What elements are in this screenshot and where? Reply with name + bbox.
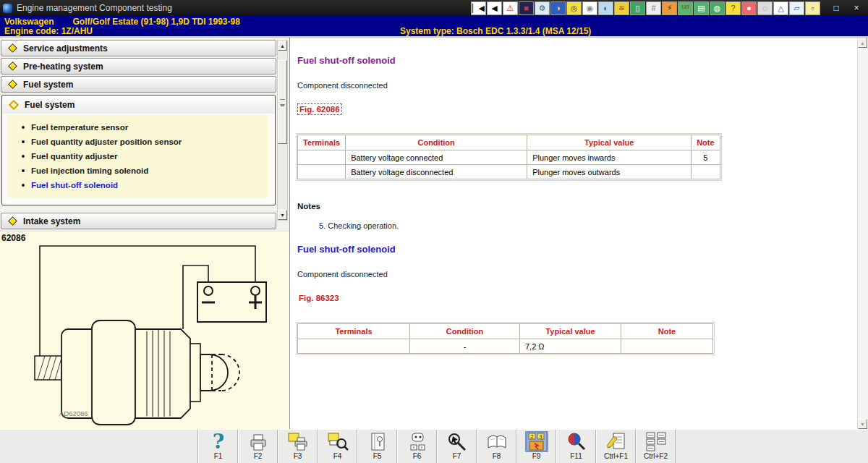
figure-link-62086[interactable]: Fig. 62086 [297, 103, 342, 115]
vehicle-model: Golf/Golf Estate (91-98) 1,9D TDI 1993-9… [72, 17, 239, 27]
toolbar-button-label: F9 [532, 453, 541, 460]
svg-text:3: 3 [539, 434, 542, 439]
diamond-icon [8, 43, 17, 53]
sidebar-section-service-adjustments[interactable]: Service adjustments [1, 40, 276, 56]
vehicle-make: Volkswagen [4, 17, 54, 27]
scroll-up-icon[interactable]: ▲ [278, 41, 287, 51]
battery [197, 282, 266, 322]
vehicle-data-icon[interactable]: ▱ [789, 1, 804, 15]
sidebar-section-pre-heating-system[interactable]: Pre-heating system [1, 58, 276, 75]
nav-back-icon[interactable]: ◀ [487, 1, 502, 15]
abs-icon[interactable]: ◌ [757, 1, 773, 15]
airbag-icon[interactable]: ● [741, 1, 757, 15]
table-cell: 5 [692, 150, 720, 165]
manual-icon [486, 432, 508, 451]
vehicle-lift-icon[interactable]: ▤ [694, 1, 709, 15]
table-header-cell: Terminals [298, 324, 410, 339]
maximize-button[interactable]: □ [826, 2, 846, 14]
sidebar-item-label: Fuel injection timing solenoid [31, 166, 148, 175]
warning-icon[interactable]: ⚠ [503, 1, 518, 15]
table-header-row: TerminalsConditionTypical valueNote [298, 324, 713, 339]
sidebar-item-label: Fuel temperature sensor [31, 123, 128, 132]
menu-button[interactable]: Ctrl+F2 [636, 430, 676, 463]
search-button[interactable]: F11 [556, 430, 596, 463]
sidebar-item-fuel-injection-timing-solenoid[interactable]: Fuel injection timing solenoid [8, 163, 268, 178]
table-cell: Plunger moves inwards [527, 150, 692, 165]
figure-link-86323[interactable]: Fig. 86323 [297, 293, 341, 303]
content-scrollbar[interactable]: ▲ ▼ [857, 38, 868, 429]
titlebar: Engine management Component testing ▏◀◀⚠… [0, 0, 868, 16]
table-header-cell: Typical value [520, 324, 621, 339]
pin-data-button[interactable]: F6 [397, 430, 437, 463]
scroll-down-icon[interactable]: ▼ [858, 419, 867, 429]
diagnostics-icon[interactable]: ◐ [598, 1, 613, 15]
door-systems-icon[interactable]: ▯ [630, 1, 645, 15]
table-cell [298, 150, 346, 165]
vehicle-help-icon[interactable]: ? [726, 1, 741, 15]
notes-button[interactable]: Ctrl+F1 [596, 430, 636, 463]
key-codes-icon[interactable]: ¹²³ [678, 1, 693, 15]
sidebar-section-intake-system[interactable]: Intake system [1, 213, 276, 229]
connector-icon[interactable]: ⚡ [662, 1, 677, 15]
expanded-section: Fuel system Fuel temperature sensorFuel … [1, 95, 276, 205]
battery-minus-terminal [204, 286, 213, 295]
close-button[interactable]: × [846, 2, 867, 14]
sidebar-section-fuel-system-expanded[interactable]: Fuel system [2, 95, 275, 114]
sidebar-item-fuel-quantity-adjuster[interactable]: Fuel quantity adjuster [8, 149, 268, 163]
manual-button[interactable]: F8 [477, 430, 516, 463]
technical-data-button[interactable]: F5 [357, 430, 397, 463]
battery-plus-terminal [251, 286, 260, 295]
toolbar-button-label: F3 [294, 453, 302, 460]
vehicle-header: Volkswagen Golf/Golf Estate (91-98) 1,9D… [0, 16, 868, 38]
print-zoom-icon [327, 432, 349, 451]
inspection-icon[interactable]: ◍ [710, 1, 725, 15]
sidebar-section-fuel-system[interactable]: Fuel system [1, 76, 276, 93]
diamond-icon [8, 61, 17, 71]
test-steps-button[interactable]: 23F9 [516, 430, 556, 463]
hazard-icon[interactable]: △ [773, 1, 788, 15]
list-icon [645, 432, 667, 451]
system-type: System type: Bosch EDC 1.3.3/1.4 (MSA 12… [400, 27, 591, 36]
print-fig-icon [287, 432, 309, 451]
table-cell: - [410, 339, 520, 354]
sidebar-scrollbar[interactable]: ▲ ▼ [277, 40, 288, 221]
table-header-cell: Condition [410, 324, 520, 339]
top-toolbar: ▏◀◀⚠■⚙◑◎◉◐≋▯#⚡¹²³▤◍?●◌△▱▫ [471, 1, 820, 15]
condition-text: Component disconnected [297, 81, 849, 90]
scroll-up-icon[interactable]: ▲ [858, 38, 867, 48]
sidebar-item-fuel-quantity-adjuster-position-sensor[interactable]: Fuel quantity adjuster position sensor [8, 135, 268, 149]
table-cell [298, 165, 346, 179]
sidebar-item-fuel-temperature-sensor[interactable]: Fuel temperature sensor [8, 120, 268, 135]
toolbar-button-label: F7 [453, 453, 461, 460]
table-row: Battery voltage disconnectedPlunger move… [298, 165, 720, 179]
bullet-icon [22, 155, 25, 158]
scrollbar-thumb[interactable] [278, 60, 287, 144]
wheel-alignment-icon[interactable]: ◎ [566, 1, 582, 15]
scroll-down-icon[interactable]: ▼ [278, 210, 287, 220]
section-title-link[interactable]: Fuel shut-off solenoid [297, 244, 849, 255]
bodywork-icon[interactable]: ≋ [614, 1, 629, 15]
accordion-menu: Service adjustments Pre-heating system F… [0, 38, 289, 231]
brake-system-icon[interactable]: ■ [519, 1, 534, 15]
engine-code: Engine code: 1Z/AHU [4, 26, 93, 36]
repair-tools-icon[interactable]: ⚙ [535, 1, 550, 15]
tyre-icon[interactable]: ◉ [582, 1, 597, 15]
print-preview-button[interactable]: F4 [318, 430, 357, 463]
table-cell: Plunger moves outwards [527, 165, 692, 179]
sidebar-item-label: Fuel quantity adjuster position sensor [31, 137, 182, 146]
table-header-cell: Note [692, 135, 720, 150]
sidebar-item-fuel-shut-off-solenoid[interactable]: Fuel shut-off solenoid [8, 178, 268, 192]
wiring-diagram-icon[interactable]: # [646, 1, 661, 15]
toolbar-button-label: Ctrl+F1 [604, 453, 628, 460]
resistance-table: TerminalsConditionTypical valueNote-7,2 … [297, 323, 713, 354]
small-dialog-icon[interactable]: ▫ [805, 1, 820, 15]
sidebar-item-label: Fuel shut-off solenoid [31, 181, 118, 190]
bullet-icon [22, 169, 25, 172]
toolbar-button-label: F2 [254, 453, 263, 460]
nav-first-icon[interactable]: ▏◀ [471, 1, 486, 15]
table-header-cell: Note [621, 324, 713, 339]
toolbar-button-label: F5 [373, 453, 382, 460]
component-location-button[interactable]: F7 [437, 430, 477, 463]
section-label: Intake system [23, 216, 80, 226]
service-time-icon[interactable]: ◑ [550, 1, 566, 15]
